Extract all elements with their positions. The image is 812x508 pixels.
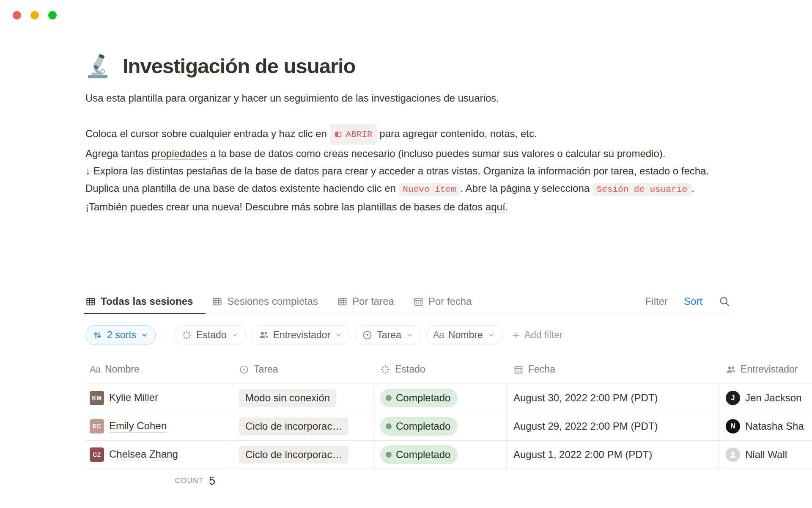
chevron-down-icon — [140, 331, 148, 339]
sessions-table: Aa Nombre Tarea Estado Fecha Entrevistad… — [85, 355, 812, 493]
cell-nombre[interactable]: KM Kylie Miller — [85, 384, 232, 412]
tab-por-fecha[interactable]: Por fecha — [413, 289, 472, 314]
status-burst-icon — [181, 330, 192, 340]
p1-text: Coloca el cursor sobre cualquier entrada… — [85, 128, 330, 139]
abrir-token: ABRIR — [330, 124, 377, 145]
database-view: Todas las sesiones Sesiones completas Po… — [85, 289, 812, 493]
page-content: Investigación de usuario Usa esta planti… — [85, 53, 727, 215]
cell-estado[interactable]: Completado — [373, 384, 507, 412]
tab-todas-las-sesiones[interactable]: Todas las sesiones — [85, 289, 193, 314]
avatar — [726, 447, 740, 462]
cell-tarea[interactable]: Ciclo de incorporac… — [232, 441, 373, 469]
task-tag: Ciclo de incorporac… — [239, 446, 348, 464]
column-header-nombre[interactable]: Aa Nombre — [85, 364, 232, 375]
minimize-button[interactable] — [30, 11, 39, 19]
propiedades-link[interactable]: propiedades — [151, 148, 207, 159]
page-title: Investigación de usuario — [123, 53, 356, 79]
filter-bar: 2 sorts Estado Entrevistador Tarea Aa No… — [85, 325, 812, 345]
title-row: Investigación de usuario — [85, 53, 727, 80]
tab-sesiones-completas[interactable]: Sesiones completas — [212, 289, 318, 314]
avatar: EC — [90, 419, 104, 433]
chip-tarea[interactable]: Tarea — [355, 325, 421, 345]
cell-entrevistador[interactable]: Niall Wall — [719, 441, 812, 469]
status-dot-icon — [386, 452, 392, 458]
text-Aa-icon: Aa — [433, 329, 444, 341]
add-filter-button[interactable]: Add filter — [511, 329, 563, 341]
sorts-chip[interactable]: 2 sorts — [85, 325, 156, 345]
body-paragraph-1: Coloca el cursor sobre cualquier entrada… — [85, 124, 727, 145]
table-row: KM Kylie Miller Modo sin conexión Comple… — [85, 384, 812, 412]
cell-tarea[interactable]: Modo sin conexión — [232, 384, 373, 412]
body-paragraph-2: Agrega tantas propiedades a la base de d… — [85, 145, 727, 162]
chip-nombre[interactable]: Aa Nombre — [426, 325, 502, 345]
search-icon[interactable] — [719, 295, 730, 307]
cell-fecha[interactable]: August 30, 2022 2:00 PM (PDT) — [507, 384, 719, 412]
cell-fecha[interactable]: August 29, 2022 2:00 PM (PDT) — [507, 412, 719, 440]
people-icon — [258, 330, 269, 340]
task-tag: Modo sin conexión — [239, 389, 336, 407]
microscope-emoji[interactable] — [85, 53, 112, 80]
cell-fecha[interactable]: August 1, 2022 2:00 PM (PDT) — [507, 441, 719, 469]
zoom-button[interactable] — [48, 11, 57, 19]
p4-text-end: . — [505, 201, 508, 213]
table-icon — [85, 296, 96, 307]
table-icon — [212, 296, 222, 307]
sorts-chip-label: 2 sorts — [107, 329, 136, 341]
status-badge: Completado — [380, 389, 458, 407]
date-value: August 1, 2022 2:00 PM (PDT) — [513, 449, 652, 461]
chip-label: Tarea — [377, 329, 401, 341]
chip-estado[interactable]: Estado — [175, 325, 246, 345]
cell-nombre[interactable]: CZ Chelsea Zhang — [85, 441, 232, 469]
status-badge: Completado — [380, 445, 458, 464]
people-icon — [726, 364, 736, 375]
chip-label: Nombre — [448, 329, 483, 341]
status-dot-icon — [386, 423, 392, 429]
count-value: 5 — [209, 475, 215, 488]
chip-label: Estado — [196, 329, 227, 341]
person-icon — [728, 450, 738, 459]
column-header-estado[interactable]: Estado — [373, 364, 507, 375]
up-down-arrows-icon — [92, 330, 103, 340]
tab-por-tarea[interactable]: Por tarea — [337, 289, 394, 314]
page-link[interactable]: Chelsea Zhang — [109, 448, 178, 461]
table-calc-row: COUNT 5 — [85, 469, 812, 493]
count-calculation[interactable]: COUNT 5 — [85, 475, 232, 488]
column-label: Nombre — [105, 364, 140, 375]
p4-text-mid: . Abre la página y selecciona — [461, 182, 593, 194]
count-label: COUNT — [175, 477, 204, 485]
aqui-link[interactable]: aquí — [486, 201, 505, 213]
status-label: Completado — [396, 420, 450, 432]
column-header-fecha[interactable]: Fecha — [507, 364, 719, 375]
chip-entrevistador[interactable]: Entrevistador — [252, 325, 350, 345]
avatar: N — [726, 419, 740, 433]
p2-text: Agrega tantas — [85, 148, 151, 159]
status-burst-icon — [380, 364, 390, 375]
view-controls: Filter Sort — [645, 295, 730, 307]
column-header-entrevistador[interactable]: Entrevistador — [719, 364, 812, 375]
cell-estado[interactable]: Completado — [373, 412, 507, 440]
add-filter-label: Add filter — [524, 329, 563, 341]
column-header-tarea[interactable]: Tarea — [232, 364, 373, 375]
status-label: Completado — [396, 449, 450, 461]
cell-nombre[interactable]: EC Emily Cohen — [85, 412, 232, 440]
date-value: August 29, 2022 2:00 PM (PDT) — [513, 420, 658, 432]
p1-text-after: para agregar contenido, notas, etc. — [377, 128, 537, 139]
page-link[interactable]: Kylie Miller — [109, 392, 158, 404]
tab-label: Sesiones completas — [227, 295, 318, 307]
body-paragraph-3: ↓ Explora las distintas pestañas de la b… — [85, 162, 727, 179]
calendar-icon — [513, 364, 524, 375]
close-button[interactable] — [13, 11, 21, 19]
filter-button[interactable]: Filter — [645, 295, 668, 307]
chevron-down-icon — [487, 331, 495, 339]
cell-tarea[interactable]: Ciclo de incorporac… — [232, 412, 373, 440]
sort-button[interactable]: Sort — [684, 295, 702, 307]
cell-entrevistador[interactable]: N Natasha Sha — [719, 412, 812, 440]
page-link[interactable]: Emily Cohen — [109, 420, 167, 433]
window-controls — [13, 11, 57, 19]
cell-entrevistador[interactable]: J Jen Jackson — [719, 384, 812, 412]
avatar: J — [726, 391, 740, 405]
tab-label: Todas las sesiones — [101, 295, 193, 307]
cell-estado[interactable]: Completado — [373, 441, 507, 469]
p4-text: Duplica una plantilla de una base de dat… — [85, 182, 399, 194]
column-label: Entrevistador — [741, 364, 798, 375]
